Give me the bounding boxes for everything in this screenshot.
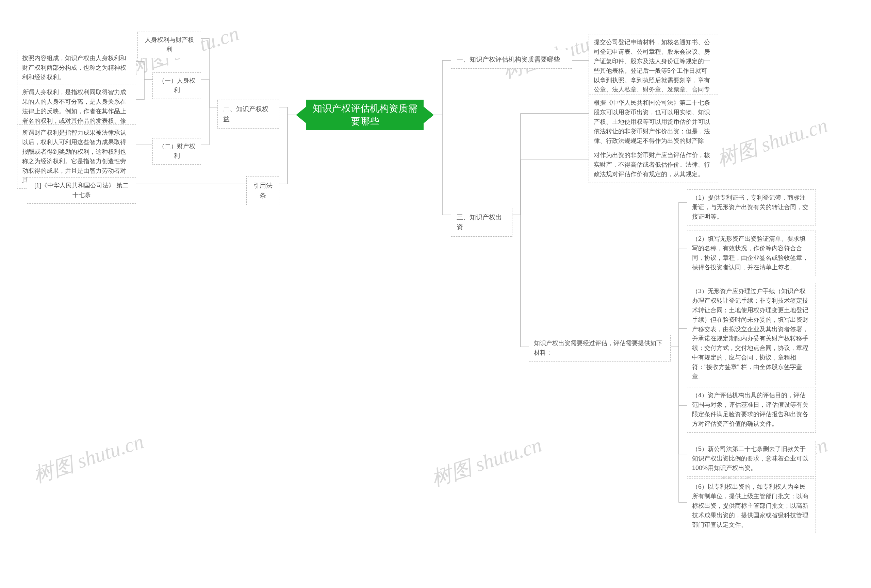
- root-title-line1: 知识产权评估机构资质需: [313, 103, 418, 113]
- section-3-eval-m3[interactable]: （3）无形资产应办理过户手续（知识产权办理产权转让登记手续；非专利技术签定技术转…: [687, 283, 816, 385]
- section-3-eval-intro[interactable]: 知识产权出资需要经过评估，评估需要提供如下材料：: [529, 335, 670, 361]
- watermark: 树图 shutu.cn: [714, 112, 831, 173]
- section-1-node[interactable]: 一、知识产权评估机构资质需要哪些: [451, 50, 572, 69]
- section-3-eval-m6[interactable]: （6）以专利权出资的，如专利权人为全民所有制单位，提供上级主管部门批文；以商标权…: [687, 479, 816, 533]
- section-3-node[interactable]: 三、知识产权出资: [451, 208, 512, 237]
- section-3-eval-m2[interactable]: （2）填写无形资产出资验证清单。要求填写的名称，有效状况，作价等内容符合合同，协…: [687, 231, 816, 276]
- section-2-item0[interactable]: 人身权利与财产权利: [138, 31, 201, 58]
- section-3-p2[interactable]: 对作为出资的非货币财产应当评估作价，核实财产，不得高估或者低估作价。法律、行政法…: [589, 147, 718, 183]
- root-node[interactable]: 知识产权评估机构资质需 要哪些: [306, 100, 424, 130]
- section-2-sub1[interactable]: （一）人身权利: [153, 72, 201, 99]
- section-2-sub1-d1[interactable]: 按照内容组成，知识产权由人身权利和财产权利两部分构成，也称之为精神权利和经济权利…: [17, 50, 136, 86]
- citation-node[interactable]: 引用法条: [246, 176, 279, 205]
- section-2-node[interactable]: 二、知识产权权益: [217, 100, 279, 128]
- section-3-eval-m1[interactable]: （1）提供专利证书，专利登记簿，商标注册证，与无形资产出资有关的转让合同，交接证…: [687, 190, 816, 225]
- section-2-sub2[interactable]: （二）财产权利: [153, 138, 201, 164]
- citation-ref[interactable]: [1]《中华人民共和国公司法》 第二十七条: [27, 177, 136, 204]
- section-3-eval-m5[interactable]: （5）新公司法第二十七条删去了旧款关于知识产权出资比例的要求，意味着企业可以10…: [687, 441, 816, 477]
- section-3-eval-m4[interactable]: （4）资产评估机构出具的评估目的，评估范围与对象，评估基准日，评估假设等有关限定…: [687, 387, 816, 433]
- watermark: 树图 shutu.cn: [30, 428, 147, 490]
- root-title-line2: 要哪些: [351, 116, 379, 127]
- watermark: 树图 shutu.cn: [428, 431, 545, 493]
